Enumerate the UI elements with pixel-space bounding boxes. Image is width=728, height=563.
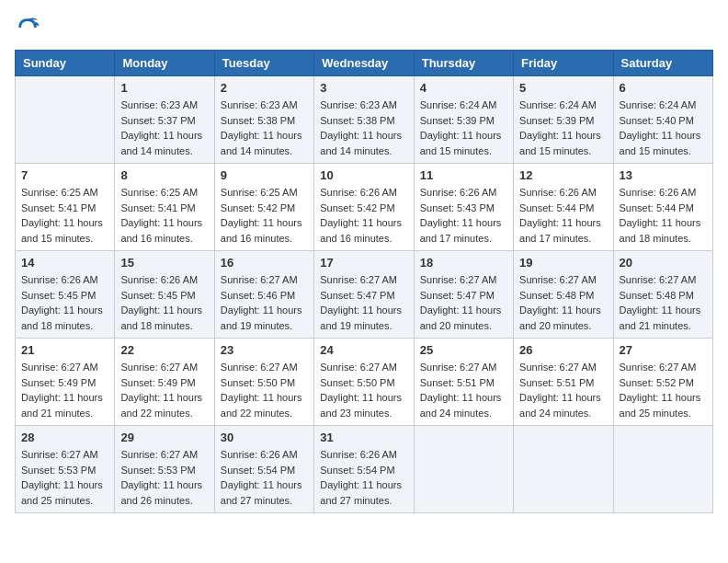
calendar-cell: 6Sunrise: 6:24 AMSunset: 5:40 PMDaylight…: [613, 76, 712, 164]
day-info: Sunrise: 6:26 AMSunset: 5:54 PMDaylight:…: [221, 447, 308, 508]
day-info: Sunrise: 6:27 AMSunset: 5:47 PMDaylight:…: [320, 272, 407, 333]
day-number: 16: [221, 256, 308, 270]
calendar-table: SundayMondayTuesdayWednesdayThursdayFrid…: [15, 50, 713, 513]
calendar-cell: 31Sunrise: 6:26 AMSunset: 5:54 PMDayligh…: [314, 426, 414, 513]
day-number: 30: [221, 431, 308, 444]
calendar-cell: 26Sunrise: 6:27 AMSunset: 5:51 PMDayligh…: [514, 339, 613, 426]
day-info: Sunrise: 6:26 AMSunset: 5:45 PMDaylight:…: [21, 272, 108, 333]
calendar-week-row: 1Sunrise: 6:23 AMSunset: 5:37 PMDaylight…: [16, 76, 713, 164]
calendar-week-row: 7Sunrise: 6:25 AMSunset: 5:41 PMDaylight…: [16, 164, 713, 251]
day-number: 21: [21, 343, 108, 357]
calendar-cell: 8Sunrise: 6:25 AMSunset: 5:41 PMDaylight…: [115, 164, 214, 251]
day-info: Sunrise: 6:27 AMSunset: 5:48 PMDaylight:…: [519, 272, 607, 333]
day-number: 6: [620, 81, 707, 95]
calendar-cell: [414, 426, 513, 513]
day-number: 7: [21, 168, 108, 182]
day-info: Sunrise: 6:26 AMSunset: 5:44 PMDaylight:…: [620, 185, 707, 246]
day-info: Sunrise: 6:27 AMSunset: 5:53 PMDaylight:…: [21, 447, 108, 508]
day-number: 2: [221, 81, 308, 95]
calendar-cell: 4Sunrise: 6:24 AMSunset: 5:39 PMDaylight…: [414, 76, 513, 164]
logo: [15, 15, 44, 40]
day-info: Sunrise: 6:27 AMSunset: 5:49 PMDaylight:…: [120, 360, 208, 420]
day-number: 27: [620, 343, 707, 357]
weekday-header: Wednesday: [314, 51, 414, 76]
calendar-cell: 19Sunrise: 6:27 AMSunset: 5:48 PMDayligh…: [514, 251, 613, 339]
weekday-header-row: SundayMondayTuesdayWednesdayThursdayFrid…: [16, 51, 713, 76]
day-number: 26: [519, 343, 607, 357]
calendar-cell: [613, 426, 712, 513]
calendar-week-row: 14Sunrise: 6:26 AMSunset: 5:45 PMDayligh…: [16, 251, 713, 339]
weekday-header: Monday: [115, 51, 214, 76]
day-info: Sunrise: 6:27 AMSunset: 5:46 PMDaylight:…: [221, 272, 308, 333]
calendar-cell: 20Sunrise: 6:27 AMSunset: 5:48 PMDayligh…: [613, 251, 712, 339]
calendar-cell: 12Sunrise: 6:26 AMSunset: 5:44 PMDayligh…: [514, 164, 613, 251]
calendar-cell: 5Sunrise: 6:24 AMSunset: 5:39 PMDaylight…: [514, 76, 613, 164]
day-info: Sunrise: 6:27 AMSunset: 5:47 PMDaylight:…: [420, 272, 507, 333]
calendar-cell: 25Sunrise: 6:27 AMSunset: 5:51 PMDayligh…: [414, 339, 513, 426]
weekday-header: Saturday: [613, 51, 712, 76]
day-number: 22: [120, 343, 208, 357]
day-number: 12: [519, 168, 607, 182]
day-number: 1: [120, 81, 208, 95]
day-info: Sunrise: 6:24 AMSunset: 5:39 PMDaylight:…: [420, 98, 507, 158]
logo-icon: [15, 15, 40, 40]
calendar-cell: 18Sunrise: 6:27 AMSunset: 5:47 PMDayligh…: [414, 251, 513, 339]
day-info: Sunrise: 6:27 AMSunset: 5:52 PMDaylight:…: [620, 360, 707, 420]
day-number: 11: [420, 168, 507, 182]
weekday-header: Friday: [514, 51, 613, 76]
calendar-cell: 24Sunrise: 6:27 AMSunset: 5:50 PMDayligh…: [314, 339, 414, 426]
day-number: 31: [320, 431, 407, 444]
day-info: Sunrise: 6:26 AMSunset: 5:42 PMDaylight:…: [320, 185, 407, 246]
weekday-header: Thursday: [414, 51, 513, 76]
day-number: 13: [620, 168, 707, 182]
calendar-cell: 22Sunrise: 6:27 AMSunset: 5:49 PMDayligh…: [115, 339, 214, 426]
day-info: Sunrise: 6:27 AMSunset: 5:50 PMDaylight:…: [221, 360, 308, 420]
day-number: 14: [21, 256, 108, 270]
calendar-cell: [514, 426, 613, 513]
day-info: Sunrise: 6:23 AMSunset: 5:37 PMDaylight:…: [120, 98, 208, 158]
day-number: 5: [519, 81, 607, 95]
day-info: Sunrise: 6:27 AMSunset: 5:48 PMDaylight:…: [620, 272, 707, 333]
day-number: 3: [320, 81, 407, 95]
calendar-cell: 27Sunrise: 6:27 AMSunset: 5:52 PMDayligh…: [613, 339, 712, 426]
day-info: Sunrise: 6:25 AMSunset: 5:41 PMDaylight:…: [21, 185, 108, 246]
day-number: 25: [420, 343, 507, 357]
calendar-cell: 13Sunrise: 6:26 AMSunset: 5:44 PMDayligh…: [613, 164, 712, 251]
day-info: Sunrise: 6:27 AMSunset: 5:51 PMDaylight:…: [420, 360, 507, 420]
day-info: Sunrise: 6:27 AMSunset: 5:49 PMDaylight:…: [21, 360, 108, 420]
calendar-cell: [16, 76, 115, 164]
calendar-week-row: 28Sunrise: 6:27 AMSunset: 5:53 PMDayligh…: [16, 426, 713, 513]
day-info: Sunrise: 6:25 AMSunset: 5:42 PMDaylight:…: [221, 185, 308, 246]
calendar-week-row: 21Sunrise: 6:27 AMSunset: 5:49 PMDayligh…: [16, 339, 713, 426]
day-info: Sunrise: 6:27 AMSunset: 5:53 PMDaylight:…: [120, 447, 208, 508]
calendar-cell: 21Sunrise: 6:27 AMSunset: 5:49 PMDayligh…: [16, 339, 115, 426]
day-number: 24: [320, 343, 407, 357]
day-number: 4: [420, 81, 507, 95]
day-info: Sunrise: 6:23 AMSunset: 5:38 PMDaylight:…: [320, 98, 407, 158]
calendar-cell: 14Sunrise: 6:26 AMSunset: 5:45 PMDayligh…: [16, 251, 115, 339]
day-number: 18: [420, 256, 507, 270]
day-number: 8: [120, 168, 208, 182]
calendar-cell: 9Sunrise: 6:25 AMSunset: 5:42 PMDaylight…: [214, 164, 313, 251]
day-info: Sunrise: 6:24 AMSunset: 5:40 PMDaylight:…: [620, 98, 707, 158]
day-info: Sunrise: 6:26 AMSunset: 5:44 PMDaylight:…: [519, 185, 607, 246]
calendar-cell: 16Sunrise: 6:27 AMSunset: 5:46 PMDayligh…: [214, 251, 313, 339]
day-number: 20: [620, 256, 707, 270]
day-number: 19: [519, 256, 607, 270]
day-info: Sunrise: 6:27 AMSunset: 5:50 PMDaylight:…: [320, 360, 407, 420]
day-number: 23: [221, 343, 308, 357]
day-info: Sunrise: 6:23 AMSunset: 5:38 PMDaylight:…: [221, 98, 308, 158]
calendar-cell: 11Sunrise: 6:26 AMSunset: 5:43 PMDayligh…: [414, 164, 513, 251]
day-number: 29: [120, 431, 208, 444]
day-number: 28: [21, 431, 108, 444]
day-info: Sunrise: 6:26 AMSunset: 5:45 PMDaylight:…: [120, 272, 208, 333]
calendar-cell: 2Sunrise: 6:23 AMSunset: 5:38 PMDaylight…: [214, 76, 313, 164]
calendar-cell: 1Sunrise: 6:23 AMSunset: 5:37 PMDaylight…: [115, 76, 214, 164]
day-info: Sunrise: 6:27 AMSunset: 5:51 PMDaylight:…: [519, 360, 607, 420]
calendar-cell: 23Sunrise: 6:27 AMSunset: 5:50 PMDayligh…: [214, 339, 313, 426]
day-info: Sunrise: 6:25 AMSunset: 5:41 PMDaylight:…: [120, 185, 208, 246]
calendar-cell: 3Sunrise: 6:23 AMSunset: 5:38 PMDaylight…: [314, 76, 414, 164]
day-info: Sunrise: 6:24 AMSunset: 5:39 PMDaylight:…: [519, 98, 607, 158]
calendar-cell: 7Sunrise: 6:25 AMSunset: 5:41 PMDaylight…: [16, 164, 115, 251]
day-number: 15: [120, 256, 208, 270]
